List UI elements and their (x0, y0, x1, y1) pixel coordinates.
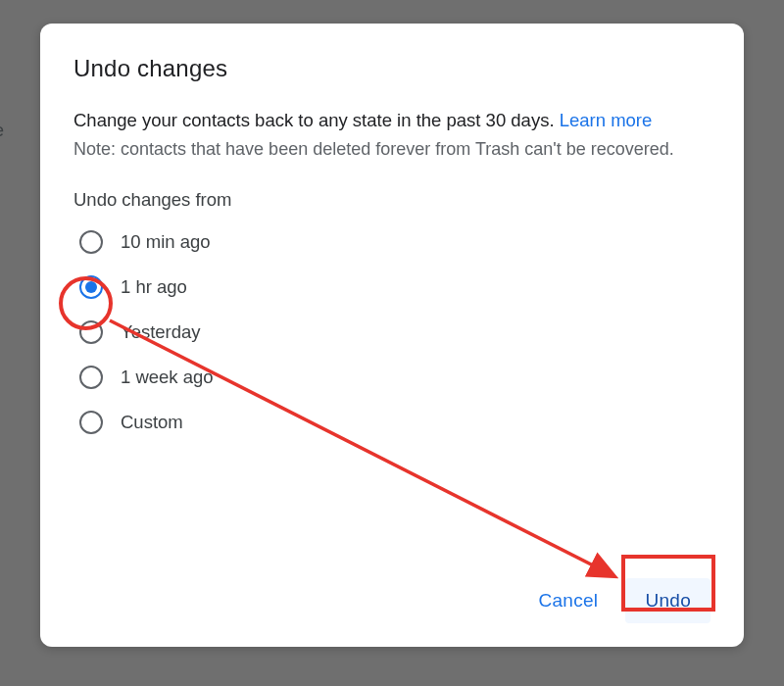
radio-option-yesterday[interactable]: Yesterday (79, 320, 710, 344)
background-text-fragment: e (0, 121, 4, 141)
button-row: Cancel Undo (74, 578, 710, 623)
section-label: Undo changes from (74, 189, 710, 211)
radio-group: 10 min ago 1 hr ago Yesterday 1 week ago… (74, 230, 710, 434)
dialog-title: Undo changes (74, 55, 710, 82)
radio-icon (79, 320, 103, 344)
radio-option-1week[interactable]: 1 week ago (79, 366, 710, 389)
dialog-note: Note: contacts that have been deleted fo… (74, 136, 710, 162)
radio-icon (79, 411, 103, 434)
cancel-button[interactable]: Cancel (518, 578, 617, 623)
radio-label: 10 min ago (121, 231, 211, 253)
radio-option-custom[interactable]: Custom (79, 411, 710, 434)
radio-icon (79, 366, 103, 389)
radio-icon (79, 230, 103, 254)
radio-label: 1 week ago (121, 367, 214, 388)
description-text: Change your contacts back to any state i… (74, 110, 560, 130)
radio-option-1hr[interactable]: 1 hr ago (79, 275, 710, 299)
undo-button[interactable]: Undo (625, 578, 710, 623)
learn-more-link[interactable]: Learn more (560, 110, 653, 130)
radio-icon (79, 275, 103, 299)
radio-label: Custom (121, 412, 183, 433)
dialog-description: Change your contacts back to any state i… (74, 108, 710, 134)
radio-option-10min[interactable]: 10 min ago (79, 230, 710, 254)
radio-label: Yesterday (121, 321, 201, 343)
radio-label: 1 hr ago (121, 276, 187, 298)
undo-changes-dialog: Undo changes Change your contacts back t… (40, 24, 744, 647)
